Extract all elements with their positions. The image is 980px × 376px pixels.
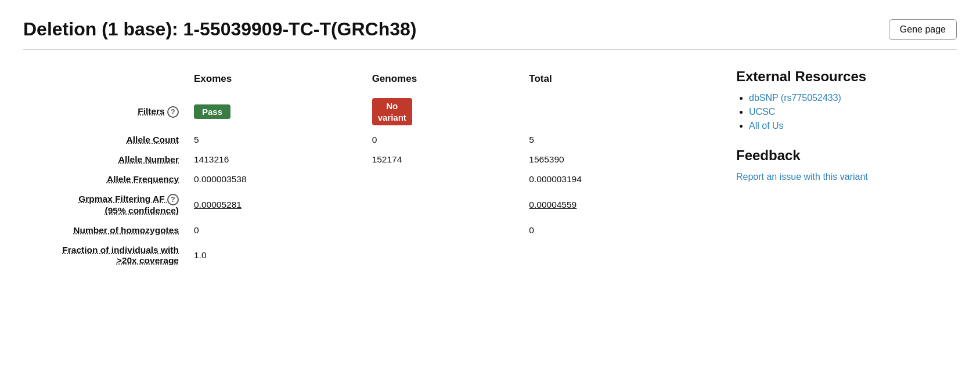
table-row: Allele Frequency 0.000003538 0.000003194 (24, 170, 700, 189)
ucsc-link[interactable]: UCSC (749, 107, 775, 117)
col-exomes: Exomes (188, 70, 365, 93)
external-resources-title: External Resources (736, 68, 957, 85)
row-label-grpmax: Grpmax Filtering AF ? (95% confidence) (24, 190, 187, 220)
allele-freq-total: 0.000003194 (523, 170, 700, 189)
homozygotes-total: 0 (523, 221, 700, 240)
coverage-exomes: 1.0 (188, 241, 365, 270)
no-variant-badge: Novariant (372, 98, 412, 125)
feedback-title: Feedback (736, 147, 957, 164)
table-header-row: Exomes Genomes Total (24, 70, 700, 93)
divider (23, 49, 957, 50)
main-content: Exomes Genomes Total Filters ? Pass (23, 68, 957, 271)
filters-total-value (523, 94, 700, 129)
col-total: Total (523, 70, 700, 93)
table-row: Fraction of individuals with >20x covera… (24, 241, 700, 270)
coverage-label: Fraction of individuals with >20x covera… (62, 245, 179, 266)
grpmax-help-icon[interactable]: ? (167, 194, 179, 205)
filters-help-icon[interactable]: ? (167, 106, 179, 118)
grpmax-genomes (366, 190, 523, 220)
list-item: All of Us (749, 121, 957, 131)
coverage-genomes (366, 241, 523, 270)
sidebar: External Resources dbSNP (rs775052433) U… (736, 68, 957, 271)
allele-count-genomes: 0 (366, 131, 523, 149)
page-title: Deletion (1 base): 1-55039909-TC-T(GRCh3… (23, 19, 417, 40)
homozygotes-exomes: 0 (188, 221, 365, 240)
grpmax-exomes-link[interactable]: 0.00005281 (194, 200, 242, 209)
data-section: Exomes Genomes Total Filters ? Pass (23, 68, 701, 271)
allele-number-label: Allele Number (118, 154, 179, 165)
page-header: Deletion (1 base): 1-55039909-TC-T(GRCh3… (23, 19, 957, 40)
allele-number-exomes: 1413216 (188, 150, 365, 169)
homozygotes-genomes (366, 221, 523, 240)
list-item: UCSC (749, 107, 957, 117)
grpmax-total: 0.00004559 (523, 190, 700, 220)
allele-count-total: 5 (523, 131, 700, 149)
table-row: Allele Number 1413216 152174 1565390 (24, 150, 700, 169)
grpmax-exomes: 0.00005281 (188, 190, 365, 220)
coverage-total (523, 241, 700, 270)
homozygotes-label: Number of homozygotes (73, 225, 179, 236)
table-row: Grpmax Filtering AF ? (95% confidence) 0… (24, 190, 700, 220)
table-row: Number of homozygotes 0 0 (24, 221, 700, 240)
row-label-coverage: Fraction of individuals with >20x covera… (24, 241, 187, 270)
row-label-allele-number: Allele Number (24, 150, 187, 169)
allele-number-total: 1565390 (523, 150, 700, 169)
row-label-filters: Filters ? (24, 94, 187, 129)
pass-badge: Pass (194, 104, 230, 119)
dbsnp-link[interactable]: dbSNP (rs775052433) (749, 93, 841, 103)
allele-count-exomes: 5 (188, 131, 365, 149)
row-label-homozygotes: Number of homozygotes (24, 221, 187, 240)
allele-count-label: Allele Count (127, 135, 179, 145)
col-empty (24, 70, 187, 93)
external-links-list: dbSNP (rs775052433) UCSC All of Us (736, 93, 957, 131)
table-row: Allele Count 5 0 5 (24, 131, 700, 149)
row-label-allele-freq: Allele Frequency (24, 170, 187, 189)
grpmax-label: Grpmax Filtering AF ? (95% confidence) (78, 194, 179, 216)
allele-freq-label: Allele Frequency (107, 174, 179, 185)
filters-exomes-value: Pass (188, 94, 365, 129)
gene-page-button[interactable]: Gene page (889, 19, 957, 40)
allele-freq-genomes (366, 170, 523, 189)
filters-genomes-value: Novariant (366, 94, 523, 129)
col-genomes: Genomes (366, 70, 523, 93)
page: Deletion (1 base): 1-55039909-TC-T(GRCh3… (0, 0, 980, 376)
variant-table: Exomes Genomes Total Filters ? Pass (23, 68, 701, 271)
allele-freq-exomes: 0.000003538 (188, 170, 365, 189)
filters-label: Filters (138, 106, 165, 117)
report-issue-link[interactable]: Report an issue with this variant (736, 172, 868, 182)
grpmax-total-link[interactable]: 0.00004559 (529, 200, 577, 209)
list-item: dbSNP (rs775052433) (749, 93, 957, 103)
allele-number-genomes: 152174 (366, 150, 523, 169)
all-of-us-link[interactable]: All of Us (749, 121, 784, 131)
row-label-allele-count: Allele Count (24, 131, 187, 149)
table-row: Filters ? Pass Novariant (24, 94, 700, 129)
